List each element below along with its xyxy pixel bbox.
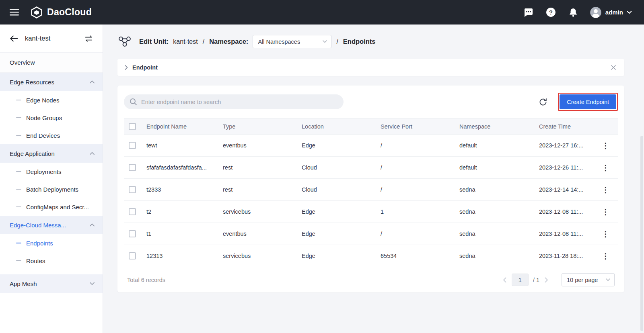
cell-endpoint-name: tewt [142,135,219,157]
switch-unit-icon[interactable] [84,34,94,43]
cell-type: servicebus [219,201,298,223]
hamburger-menu-icon[interactable] [9,8,20,16]
chevron-up-icon [90,80,95,84]
page-input[interactable] [512,274,529,286]
row-actions-icon[interactable]: ⋮ [599,163,613,172]
row-actions-icon[interactable]: ⋮ [599,251,613,261]
chevron-right-icon[interactable] [125,65,128,70]
column-header-actions [595,118,618,135]
column-header-create-time: Create Time [535,118,595,135]
table-row: t2 servicebus Edge 1 sedna 2023-12-08 11… [124,201,618,223]
sidebar-section-edge-resources[interactable]: Edge Resources [0,73,103,91]
avatar [590,6,602,18]
row-actions-icon[interactable]: ⋮ [599,207,613,217]
sidebar-item-label: Node Groups [26,114,62,121]
cell-location: Cloud [298,157,377,179]
sidebar-item-endpoints[interactable]: Endpoints [0,234,103,252]
row-checkbox[interactable] [129,164,136,171]
pagination: / 1 10 per page [502,273,615,286]
sidebar-item-label: Batch Deployments [26,186,78,193]
column-header-namespace: Namespace [455,118,535,135]
sidebar-item-edge-nodes[interactable]: Edge Nodes [0,91,103,109]
row-checkbox[interactable] [129,142,136,149]
endpoints-table: Endpoint Name Type Location Service Port… [124,118,618,267]
chevron-down-icon [606,278,610,281]
breadcrumb: Edit Unit: kant-test / Namespace: All Na… [117,35,624,48]
item-dash-icon [16,117,21,118]
sidebar-item-label: Deployments [26,168,62,175]
chevron-down-icon [323,40,327,43]
sidebar-item-label: Edge Nodes [26,97,60,104]
search-box [124,94,344,109]
table-row: sfafafasdafasfafdasfa... rest Cloud / de… [124,157,618,179]
column-header-type: Type [219,118,298,135]
per-page-select[interactable]: 10 per page [562,273,615,286]
page-total: / 1 [533,277,539,283]
namespace-select[interactable]: All Namespaces [253,35,331,48]
cell-service-port: / [377,135,455,157]
select-all-checkbox[interactable] [129,123,136,130]
namespace-select-value: All Namespaces [258,39,300,45]
cell-type: rest [219,179,298,201]
sidebar-item-routes[interactable]: Routes [0,252,103,270]
cell-namespace: sedna [455,201,535,223]
cell-type: servicebus [219,245,298,267]
highlight-annotation: Create Endpoint [558,93,618,111]
sidebar-item-end-devices[interactable]: End Devices [0,127,103,144]
column-header-endpoint-name: Endpoint Name [142,118,219,135]
row-checkbox[interactable] [129,252,136,259]
cell-namespace: default [455,135,535,157]
sidebar-section-app-mesh[interactable]: App Mesh [0,274,103,293]
breadcrumb-separator: / [336,38,338,45]
item-dash-icon [16,260,21,261]
help-icon[interactable]: ? [545,6,557,18]
item-dash-icon [16,135,21,136]
sidebar-header: kant-test [0,25,103,53]
sidebar-item-configmaps-secrets[interactable]: ConfigMaps and Secr... [0,198,103,216]
search-input[interactable] [124,94,344,109]
cell-service-port: / [377,179,455,201]
section-label: Edge Resources [10,79,54,86]
table-row: t2333 rest Cloud / sedna 2023-12-14 14:.… [124,179,618,201]
brand-name: DaoCloud [47,7,92,18]
column-header-service-port: Service Port [377,118,455,135]
sidebar-unit-title: kant-test [25,35,78,42]
sidebar: kant-test Overview Edge Resources Edge N… [0,25,103,333]
row-actions-icon[interactable]: ⋮ [599,141,613,150]
messages-icon[interactable] [523,7,534,18]
sidebar-section-edge-cloud-message[interactable]: Edge-Cloud Messa... [0,216,103,234]
table-row: tewt eventbus Edge / default 2023-12-27 … [124,135,618,157]
section-gap [0,270,103,274]
row-checkbox[interactable] [129,208,136,215]
cell-location: Edge [298,245,377,267]
next-page-icon[interactable] [544,277,549,283]
daocloud-logo[interactable]: DaoCloud [30,6,92,19]
cell-namespace: sedna [455,179,535,201]
back-icon[interactable] [9,34,19,43]
table-header-row: Endpoint Name Type Location Service Port… [124,118,618,135]
row-checkbox[interactable] [129,186,136,193]
sidebar-item-batch-deployments[interactable]: Batch Deployments [0,180,103,198]
search-icon [130,98,137,107]
cell-service-port: 65534 [377,245,455,267]
user-menu[interactable]: admin [590,6,632,18]
row-actions-icon[interactable]: ⋮ [599,229,613,239]
sidebar-item-label: Routes [26,257,45,264]
notifications-icon[interactable] [568,7,579,18]
chevron-down-icon [627,10,632,14]
create-endpoint-button[interactable]: Create Endpoint [560,94,616,109]
row-checkbox[interactable] [129,230,136,237]
sidebar-item-deployments[interactable]: Deployments [0,163,103,180]
refresh-icon[interactable] [538,97,548,107]
close-icon[interactable] [610,64,617,71]
cell-create-time: 2023-11-28 18:... [535,245,595,267]
sidebar-item-node-groups[interactable]: Node Groups [0,109,103,127]
unit-name: kant-test [173,38,198,45]
prev-page-icon[interactable] [502,277,507,283]
scrollbar[interactable] [640,136,643,331]
row-actions-icon[interactable]: ⋮ [599,185,613,194]
kubeedge-icon [117,35,132,48]
sidebar-item-label: Overview [10,59,35,66]
sidebar-section-edge-application[interactable]: Edge Application [0,144,103,163]
sidebar-item-overview[interactable]: Overview [0,53,103,73]
